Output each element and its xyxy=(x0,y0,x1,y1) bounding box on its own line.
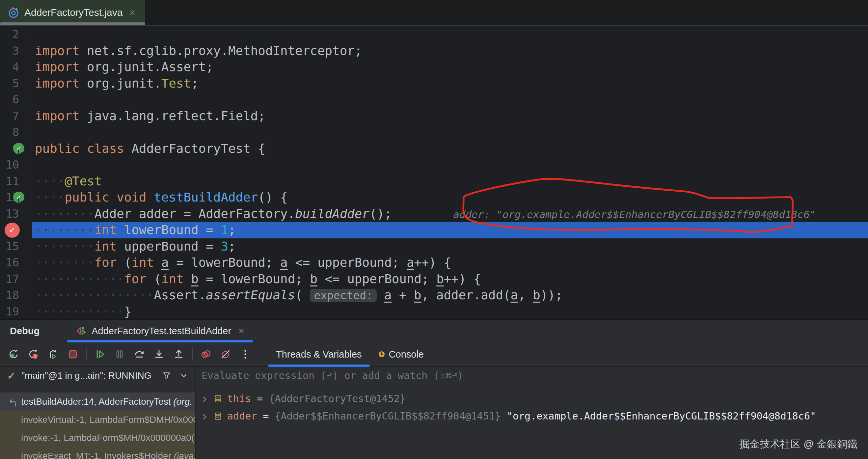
stack-frame-row[interactable]: invokeVirtual:-1, LambdaForm$DMH/0x000 xyxy=(0,410,195,429)
step-over-icon[interactable] xyxy=(131,346,148,363)
breakpoint-verified-icon[interactable]: ✓ xyxy=(5,222,20,238)
variable-row[interactable]: this = {AdderFactoryTest@1452} xyxy=(195,390,868,407)
code-line[interactable]: 12✓▶····public void testBuildAdder() { xyxy=(0,189,868,206)
gutter: 8 xyxy=(0,124,32,141)
more-icon[interactable] xyxy=(237,346,253,363)
code-token: ········ xyxy=(35,239,94,253)
run-play-icon: ▶ xyxy=(19,195,23,204)
code-token: int xyxy=(161,272,191,286)
tab-console[interactable]: Console xyxy=(370,342,432,366)
code-line[interactable]: 10 xyxy=(0,157,868,173)
gutter: 5 xyxy=(0,75,32,92)
filter-funnel-icon[interactable] xyxy=(162,371,171,380)
code-token: b xyxy=(191,272,198,286)
editor-tab[interactable]: AdderFactoryTest.java × xyxy=(0,0,145,25)
code-token: java.lang.reflect.Field; xyxy=(87,109,266,123)
chevron-down-icon[interactable] xyxy=(179,371,188,380)
view-tab-label: Console xyxy=(389,349,424,360)
line-number[interactable]: 19 xyxy=(6,305,19,318)
run-test-passed-icon[interactable]: ✓▶ xyxy=(13,192,25,204)
svg-text:!: ! xyxy=(34,354,36,359)
tab-close-icon[interactable]: × xyxy=(129,7,135,19)
code-token: import xyxy=(35,60,87,74)
selected-session-tab-indicator xyxy=(67,340,253,342)
session-tab-close-icon[interactable]: × xyxy=(239,325,244,337)
stop-icon[interactable] xyxy=(65,346,81,363)
code-token: ; xyxy=(228,222,236,237)
code-line[interactable]: 7import java.lang.reflect.Field; xyxy=(0,108,868,124)
code-token: Assert. xyxy=(154,288,206,302)
code-line[interactable]: 13········Adder adder = AdderFactory.bui… xyxy=(0,206,868,222)
code-token: <= upperBound; xyxy=(317,272,436,286)
code-line[interactable]: 16········for (int a = lowerBound; a <= … xyxy=(0,254,868,271)
frames-pane: ✓ "main"@1 in g...ain": RUNNING testBuil… xyxy=(0,367,195,459)
code-line[interactable]: 15········int upperBound = 3; xyxy=(0,238,868,255)
stack-frame-package: (org. xyxy=(173,396,192,407)
line-number[interactable]: 17 xyxy=(6,272,19,285)
code-token: int xyxy=(94,239,124,253)
line-number[interactable]: 15 xyxy=(6,240,19,253)
code-text: import org.junit.Assert; xyxy=(32,59,868,75)
view-breakpoints-icon[interactable] xyxy=(197,346,214,363)
line-number[interactable]: 4 xyxy=(12,60,19,73)
expand-chevron-icon[interactable] xyxy=(200,412,209,421)
debug-panel-title: Debug xyxy=(10,326,39,337)
gutter: 13 xyxy=(0,206,32,222)
mute-breakpoints-icon[interactable] xyxy=(217,346,234,363)
code-token: import xyxy=(35,43,87,58)
code-line[interactable]: 4import org.junit.Assert; xyxy=(0,59,868,75)
stack-frame-row[interactable]: invokeExact_MT:-1, Invokers$Holder (java… xyxy=(0,447,195,459)
code-line[interactable]: 2 xyxy=(0,26,868,43)
code-token: for xyxy=(124,272,154,286)
code-line[interactable]: 14✓········int lowerBound = 1; xyxy=(0,222,868,238)
variable-row[interactable]: adder = {Adder$$EnhancerByCGLIB$$82ff904… xyxy=(195,407,868,425)
code-token: testBuildAdder xyxy=(154,190,258,205)
variable-object-ref: {Adder$$EnhancerByCGLIB$$82ff904@1451} xyxy=(275,410,507,422)
line-number[interactable]: 13 xyxy=(6,207,19,220)
line-number[interactable]: 5 xyxy=(12,77,19,90)
code-token: int xyxy=(132,255,161,270)
code-line[interactable]: 3import net.sf.cglib.proxy.MethodInterce… xyxy=(0,43,868,59)
step-into-icon[interactable] xyxy=(151,346,167,363)
code-line[interactable]: 19············} xyxy=(0,304,868,320)
code-editor[interactable]: 23import net.sf.cglib.proxy.MethodInterc… xyxy=(0,26,868,319)
code-line[interactable]: 8 xyxy=(0,124,868,141)
resume-icon[interactable] xyxy=(92,346,108,363)
code-line[interactable]: 11····@Test xyxy=(0,173,868,190)
line-number[interactable]: 10 xyxy=(6,158,19,171)
editor-tab-title: AdderFactoryTest.java xyxy=(24,7,123,18)
code-token: org.junit.Assert; xyxy=(87,60,213,74)
equals-sign: = xyxy=(251,393,269,404)
line-number[interactable]: 2 xyxy=(12,28,19,41)
line-number[interactable]: 3 xyxy=(12,44,19,57)
stack-frame-row[interactable]: invoke:-1, LambdaForm$MH/0x000000a0( xyxy=(0,429,195,447)
line-number[interactable]: 7 xyxy=(12,109,19,122)
line-number[interactable]: 6 xyxy=(12,93,19,106)
expand-chevron-icon[interactable] xyxy=(200,394,209,403)
rerun-debug-icon[interactable] xyxy=(5,346,22,363)
tab-threads-variables[interactable]: Threads & Variables xyxy=(268,342,370,366)
rerun-failed-tests-icon[interactable]: ! xyxy=(25,346,41,363)
code-line[interactable]: 18················Assert.assertEquals( e… xyxy=(0,287,868,304)
stack-frame-row[interactable]: testBuildAdder:14, AdderFactoryTest (org… xyxy=(0,393,195,410)
evaluate-expression-input[interactable]: Evaluate expression (⏎) or add a watch (… xyxy=(195,367,868,385)
thread-selector[interactable]: ✓ "main"@1 in g...ain": RUNNING xyxy=(0,367,195,385)
code-line[interactable]: 9✓▶public class AdderFactoryTest { xyxy=(0,141,868,157)
code-line[interactable]: 17············for (int b = lowerBound; b… xyxy=(0,271,868,287)
code-token: <= upperBound; xyxy=(288,255,407,270)
step-out-icon[interactable] xyxy=(170,346,187,363)
code-line[interactable]: 5import org.junit.Test; xyxy=(0,75,868,92)
debug-session-tab[interactable]: AdderFactoryTest.testBuildAdder × xyxy=(67,320,253,342)
run-test-passed-icon[interactable]: ✓▶ xyxy=(13,143,25,155)
pause-icon[interactable] xyxy=(111,346,128,363)
code-token: ················ xyxy=(35,288,154,302)
line-number[interactable]: 16 xyxy=(6,256,19,269)
code-line[interactable]: 6 xyxy=(0,92,868,108)
code-token: ···· xyxy=(35,174,65,188)
line-number[interactable]: 18 xyxy=(6,288,19,302)
line-number[interactable]: 8 xyxy=(12,125,19,139)
code-text: ········Adder adder = AdderFactory.build… xyxy=(32,206,868,222)
line-number[interactable]: 11 xyxy=(6,175,19,188)
restart-icon[interactable] xyxy=(45,346,61,363)
ide-window: AdderFactoryTest.java × 23import net.sf.… xyxy=(0,0,868,459)
